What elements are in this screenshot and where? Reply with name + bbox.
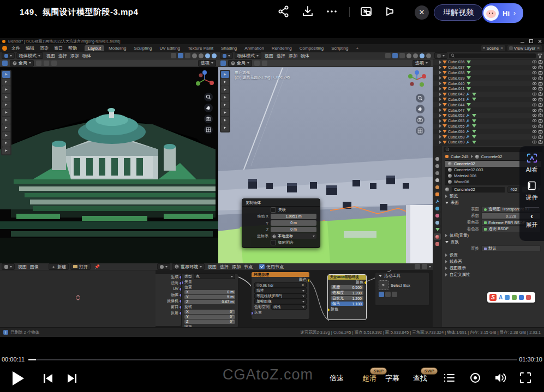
ime-skin-icon[interactable] xyxy=(519,295,524,300)
quality-button[interactable]: 超清 SVIP xyxy=(362,373,376,383)
expand-icon[interactable] xyxy=(439,93,441,96)
hide-eye-icon[interactable] xyxy=(532,65,537,70)
linked-checkbox[interactable] xyxy=(271,207,276,213)
workspace-tab[interactable]: Shading xyxy=(218,45,240,51)
hide-eye-icon[interactable] xyxy=(532,92,537,97)
hide-eye-icon[interactable] xyxy=(532,86,537,91)
orientation-dropdown[interactable]: 全局 xyxy=(228,60,252,67)
volume-icon[interactable] xyxy=(494,372,507,384)
camera-view-icon[interactable] xyxy=(416,116,425,124)
viewport-menu-item[interactable]: 选择 xyxy=(57,53,69,59)
tool-shear-icon[interactable] xyxy=(2,147,10,154)
viewport-menu-item[interactable]: 物体 xyxy=(299,53,311,59)
scene-selector[interactable]: Scene✕ xyxy=(481,45,505,51)
breadcrumb-material[interactable]: Concrete02 xyxy=(481,154,503,159)
use-nodes-checkbox[interactable] xyxy=(259,264,265,269)
viewport-menu-item[interactable]: 选择 xyxy=(275,53,287,59)
hide-eye-icon[interactable] xyxy=(532,97,537,102)
render-visibility-icon[interactable] xyxy=(538,108,543,113)
workspace-tab[interactable]: Rendering xyxy=(268,45,295,51)
workspace-tab[interactable]: Scripting xyxy=(328,45,351,51)
outliner-row[interactable]: Cube.039 xyxy=(433,75,544,81)
tool-cursor-icon[interactable] xyxy=(2,79,10,86)
menu-item[interactable]: 文件 xyxy=(9,45,23,51)
outliner-filter-icon[interactable] xyxy=(537,53,542,58)
expand-icon[interactable] xyxy=(439,66,441,69)
tab-world-icon[interactable] xyxy=(434,184,441,190)
zoom-icon[interactable] xyxy=(204,93,213,101)
render-visibility-icon[interactable] xyxy=(538,86,543,91)
outliner-row[interactable]: Cube.042 xyxy=(433,92,544,97)
magnet-icon[interactable] xyxy=(262,61,267,66)
texture-coordinate-node[interactable]: 生成 法向 UV xyxy=(156,273,182,327)
hide-eye-icon[interactable] xyxy=(532,59,537,64)
share-icon[interactable] xyxy=(277,5,291,19)
menu-item[interactable]: 帮助 xyxy=(65,45,80,51)
tool-annotate-icon[interactable] xyxy=(2,117,10,124)
workspace-tab[interactable]: Modeling xyxy=(105,45,129,51)
ime-logo[interactable]: S xyxy=(489,294,497,301)
next-button[interactable] xyxy=(67,373,77,384)
render-visibility-icon[interactable] xyxy=(538,113,543,118)
expand-icon[interactable] xyxy=(439,108,441,112)
shading-material-icon[interactable] xyxy=(420,53,425,58)
record-icon[interactable] xyxy=(469,372,481,384)
expand-icon[interactable] xyxy=(439,71,441,74)
vector-input-socket[interactable] xyxy=(251,311,254,315)
mini-player-icon[interactable] xyxy=(360,5,374,19)
color-output-socket[interactable] xyxy=(307,279,310,282)
expand-icon[interactable] xyxy=(439,130,441,133)
tab-object-icon[interactable] xyxy=(434,191,441,197)
group-param-field[interactable]: 伽马1.100 xyxy=(331,301,363,306)
expand-label[interactable]: 展开 xyxy=(526,221,538,229)
tool-measure-icon[interactable] xyxy=(2,124,10,131)
workspace-tab[interactable]: Texture Paint xyxy=(184,45,217,51)
viewport-menu-item[interactable]: 视图 xyxy=(45,53,57,59)
material-browse-icon[interactable] xyxy=(445,188,449,191)
outliner-search-input[interactable] xyxy=(449,53,536,58)
env-texture-dropdown[interactable]: 单帧图像 xyxy=(254,299,307,304)
expand-icon[interactable] xyxy=(439,119,441,123)
tool-rotate-icon[interactable] xyxy=(2,94,10,101)
select-mode-new-icon[interactable] xyxy=(379,292,384,297)
ime-mic-icon[interactable] xyxy=(505,295,510,300)
tool-rotate-icon[interactable] xyxy=(221,94,229,101)
navigation-gizmo[interactable] xyxy=(406,70,427,89)
image-menu-item[interactable]: 图像 xyxy=(28,264,40,270)
workspace-tab[interactable]: UV Editing xyxy=(156,45,183,51)
rotation-field[interactable]: Z0° xyxy=(184,319,235,324)
options-dropdown[interactable]: 选项 xyxy=(413,60,431,67)
hdri-group-node[interactable]: 天空HDRI照明/环境 颜色 亮度0.500饱和度1.200自发光1.200伽马… xyxy=(327,274,367,320)
download-icon[interactable] xyxy=(301,5,315,19)
tool-move-icon[interactable] xyxy=(221,86,229,93)
tool-cursor-icon[interactable] xyxy=(221,79,229,86)
proportional-edit-icon[interactable] xyxy=(185,53,190,58)
image-menu-item[interactable]: 视图 xyxy=(16,264,28,270)
transform-orientation-icon[interactable] xyxy=(385,53,391,58)
proportional-edit-icon[interactable] xyxy=(399,53,405,58)
orientation-dropdown[interactable]: 全局 xyxy=(10,60,34,67)
snap-icon[interactable] xyxy=(178,53,183,58)
tool-measure-icon[interactable] xyxy=(221,124,229,131)
ortho-toggle-icon[interactable] xyxy=(204,125,213,134)
workspace-tab[interactable]: Sculpting xyxy=(131,45,156,51)
render-visibility-icon[interactable] xyxy=(538,102,543,107)
move-x-field[interactable]: 1.0951 m xyxy=(271,214,316,219)
tool-extrude-icon[interactable] xyxy=(2,140,10,147)
snap-checkbox[interactable] xyxy=(271,240,276,245)
active-tool-icon[interactable] xyxy=(220,61,226,66)
menu-item[interactable]: 窗口 xyxy=(51,45,65,51)
outliner-row[interactable]: Cube.053 xyxy=(433,118,544,124)
settings-panel-header[interactable]: 设置 xyxy=(442,252,544,258)
ime-keyboard-icon[interactable] xyxy=(512,295,517,300)
env-texture-dropdown[interactable]: 等距柱状(ERP) xyxy=(254,293,307,299)
hide-eye-icon[interactable] xyxy=(532,124,537,129)
active-tool-panel-header[interactable]: 活动工具 xyxy=(375,273,429,279)
playlist-icon[interactable] xyxy=(443,372,455,383)
color-input-socket[interactable] xyxy=(327,308,330,312)
open-image-button[interactable]: 打开 xyxy=(70,263,91,270)
ortho-toggle-icon[interactable] xyxy=(416,126,425,135)
expand-icon[interactable] xyxy=(439,124,441,128)
pin-icon[interactable]: 📌 xyxy=(94,264,100,269)
move-z-field[interactable]: 0 m xyxy=(271,227,316,232)
